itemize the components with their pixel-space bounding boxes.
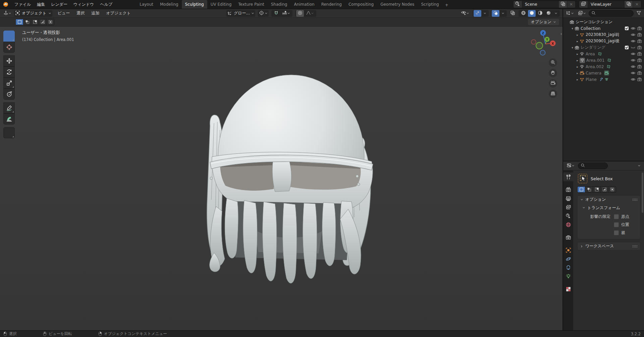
viewlayer-browse-button[interactable]	[579, 1, 588, 8]
hide-toggle[interactable]	[630, 64, 636, 69]
workspace-tab[interactable]: Compositing	[345, 0, 377, 9]
render-visibility-toggle[interactable]	[637, 64, 642, 69]
pan-hand-button[interactable]	[549, 69, 557, 77]
workspace-tab[interactable]: Scripting	[418, 0, 442, 9]
gizmo-dropdown[interactable]	[482, 10, 488, 17]
viewport-menu-item[interactable]: 選択	[73, 10, 88, 16]
perspective-toggle-button[interactable]	[549, 90, 557, 98]
zoom-button[interactable]	[549, 58, 557, 67]
panel-grip[interactable]	[632, 198, 638, 201]
hide-toggle[interactable]	[630, 51, 636, 56]
select-mode-subtract-button[interactable]	[31, 19, 39, 25]
render-visibility-toggle[interactable]	[637, 70, 642, 76]
panel-grip[interactable]	[632, 245, 638, 248]
render-visibility-toggle[interactable]	[637, 26, 642, 31]
tool-move-button[interactable]	[3, 55, 15, 66]
select-mode-extend-button[interactable]	[23, 19, 31, 25]
disclosure-closed-icon[interactable]: ▸	[575, 65, 580, 68]
shading-dropdown[interactable]	[553, 10, 559, 17]
snap-settings-dropdown[interactable]	[281, 10, 291, 17]
hide-toggle[interactable]	[630, 32, 636, 37]
workspace-tab[interactable]: Layout	[136, 0, 157, 9]
tool-options-dropdown[interactable]: オプション	[528, 19, 559, 25]
pivot-point-dropdown[interactable]	[258, 10, 269, 17]
outliner-row[interactable]: ▸Area.001	[563, 57, 644, 63]
topbar-menu-item[interactable]: ヘルプ	[97, 0, 115, 9]
select-mode-extend-button[interactable]	[585, 187, 593, 192]
hide-toggle[interactable]	[630, 39, 636, 44]
scene-name-field[interactable]: Scene	[522, 1, 558, 8]
disclosure-closed-icon[interactable]: ▸	[575, 33, 580, 37]
render-visibility-toggle[interactable]	[637, 58, 642, 63]
shading-wireframe-button[interactable]	[520, 10, 527, 17]
snap-toggle[interactable]	[272, 10, 280, 17]
hide-toggle[interactable]	[630, 58, 636, 63]
select-mode-invert-button[interactable]	[601, 187, 608, 192]
render-visibility-toggle[interactable]	[637, 39, 642, 44]
checkbox-1[interactable]	[614, 222, 619, 227]
render-visibility-toggle[interactable]	[637, 51, 642, 56]
xray-toggle[interactable]	[509, 10, 517, 17]
show-overlays-toggle[interactable]	[492, 10, 499, 17]
viewlayer-name-field[interactable]: ViewLayer	[588, 1, 624, 8]
properties-tab-view-layer[interactable]	[563, 203, 573, 211]
hide-toggle[interactable]	[630, 77, 636, 82]
workspace-tab[interactable]: UV Editing	[207, 0, 235, 9]
properties-tab-output[interactable]	[563, 194, 573, 203]
proportional-falloff-dropdown[interactable]	[305, 10, 315, 17]
tool-add-cube-button[interactable]	[3, 127, 15, 138]
properties-tab-object-data[interactable]	[563, 272, 573, 281]
select-mode-intersect-button[interactable]	[608, 187, 616, 192]
transform-subpanel-header[interactable]: トランスフォーム	[582, 204, 638, 211]
checkbox-0[interactable]	[614, 214, 619, 219]
outliner-row[interactable]: ▾レンダリング	[563, 44, 644, 51]
exclude-checkbox[interactable]	[624, 45, 629, 50]
select-mode-set-button[interactable]	[16, 19, 23, 25]
topbar-menu-item[interactable]: ファイル	[11, 0, 34, 9]
tool-rotate-button[interactable]	[3, 66, 15, 78]
properties-tab-world[interactable]	[563, 220, 573, 229]
outliner-row[interactable]: ▾Collection	[563, 25, 644, 32]
transform-orientation-dropdown[interactable]: グロー...	[226, 10, 255, 17]
outliner-row[interactable]: シーンコレクション	[563, 19, 644, 25]
workspace-tab[interactable]: Rendering	[318, 0, 345, 9]
properties-search-input[interactable]	[578, 162, 608, 169]
properties-editor-type-button[interactable]	[565, 162, 576, 169]
viewport-canvas[interactable]: ユーザー・透視投影 (174) Collection | Area.001 Z …	[0, 27, 562, 330]
viewport-menu-item[interactable]: オブジェクト	[103, 10, 134, 16]
outliner-row[interactable]: ▸Camera	[563, 70, 644, 76]
topbar-menu-item[interactable]: ウィンドウ	[70, 0, 97, 9]
outliner-row[interactable]: ▸Area.002	[563, 63, 644, 70]
tool-cursor-button[interactable]	[3, 42, 15, 53]
hide-toggle[interactable]	[630, 70, 636, 76]
outliner-filter-button[interactable]	[635, 10, 643, 17]
workspace-tab[interactable]: Texture Paint	[235, 0, 267, 9]
outliner-row[interactable]: ▸20230830_jagi前	[563, 32, 644, 38]
shading-solid-button[interactable]	[528, 10, 536, 17]
visibility-dropdown[interactable]	[460, 10, 471, 17]
properties-tab-scene[interactable]	[563, 211, 573, 220]
sidebar-collapse-arrow[interactable]: ‹	[560, 31, 562, 36]
properties-tab-tool[interactable]	[563, 173, 573, 181]
select-mode-invert-button[interactable]	[39, 19, 47, 25]
workspace-tab[interactable]: Animation	[290, 0, 318, 9]
render-visibility-toggle[interactable]	[637, 77, 642, 82]
outliner-editor-type-button[interactable]	[565, 10, 575, 17]
navigation-gizmo[interactable]: Z Y X	[530, 29, 558, 58]
outliner-row[interactable]: ▸Area	[563, 51, 644, 57]
tool-annotate-button[interactable]	[3, 102, 15, 113]
tool-select-box-button[interactable]	[3, 31, 15, 42]
properties-tab-render[interactable]	[563, 185, 573, 194]
show-gizmo-toggle[interactable]	[474, 10, 481, 17]
checkbox-2[interactable]	[614, 230, 619, 235]
editor-type-button[interactable]	[2, 10, 13, 17]
properties-tab-physics[interactable]	[563, 254, 573, 263]
outliner-display-mode-dropdown[interactable]	[577, 10, 587, 17]
hide-toggle[interactable]	[630, 26, 636, 31]
shading-rendered-button[interactable]	[545, 10, 552, 17]
viewport-menu-item[interactable]: 追加	[88, 10, 103, 16]
properties-tab-object[interactable]	[563, 246, 573, 254]
disclosure-closed-icon[interactable]: ▸	[575, 59, 580, 62]
outliner-search-input[interactable]	[589, 10, 634, 17]
disclosure-open-icon[interactable]: ▾	[570, 46, 575, 49]
